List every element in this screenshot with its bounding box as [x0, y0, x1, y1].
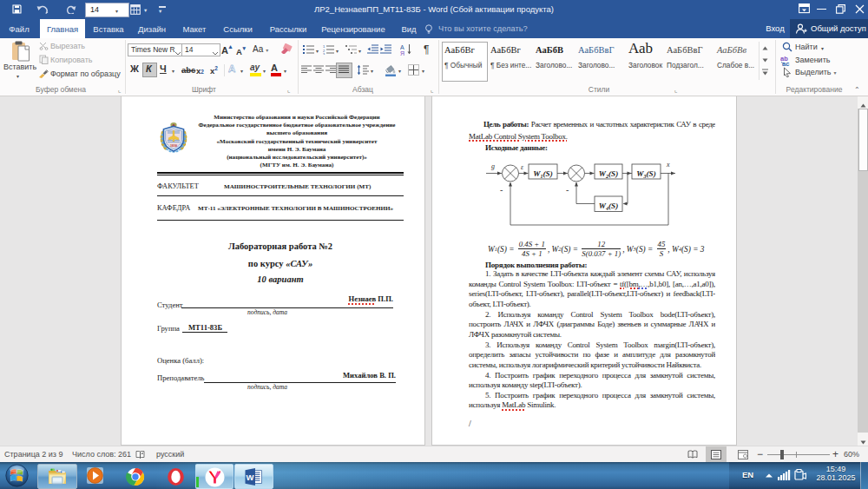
svg-text:ε: ε	[521, 163, 524, 171]
svg-text:W4(S): W4(S)	[599, 202, 618, 211]
svg-text:W: W	[247, 472, 254, 482]
svg-text:-: -	[500, 185, 503, 195]
svg-text:W3(S): W3(S)	[636, 169, 655, 179]
svg-text:g: g	[491, 162, 495, 170]
svg-text:Я: Я	[400, 50, 404, 56]
svg-text:x: x	[666, 161, 670, 169]
svg-text:А: А	[400, 44, 404, 50]
svg-text:W1(S): W1(S)	[533, 169, 552, 179]
svg-text:3: 3	[323, 52, 326, 56]
svg-text:1830: 1830	[170, 143, 177, 148]
svg-text:-: -	[566, 185, 569, 195]
svg-text:W2(S): W2(S)	[599, 169, 618, 179]
